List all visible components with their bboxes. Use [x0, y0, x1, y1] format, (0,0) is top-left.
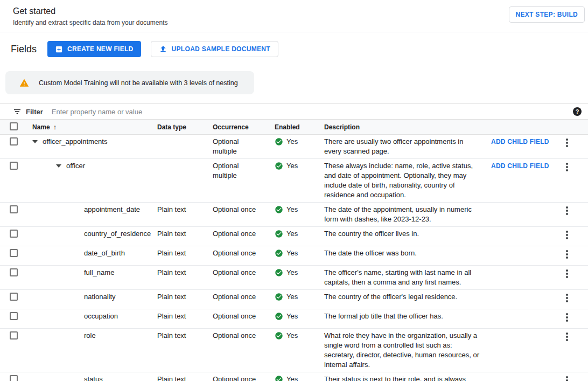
row-menu-cell [557, 375, 588, 381]
arrow-upward-icon[interactable]: ↑ [53, 123, 57, 131]
field-description: The country the officer lives in. [324, 229, 491, 239]
page-title: Get started [13, 6, 167, 16]
check-circle-icon [275, 268, 283, 277]
field-occurrence: Optional multiple [213, 161, 275, 181]
more-options-icon[interactable] [564, 161, 570, 173]
row-menu-cell [557, 248, 588, 263]
row-menu-cell [557, 331, 588, 345]
field-data-type: Plain text [157, 375, 213, 381]
check-circle-icon [275, 292, 283, 301]
field-name: occupation [84, 311, 118, 321]
table-body: officer_appointments Optional multiple Y… [0, 135, 588, 381]
field-enabled-cell: Yes [275, 248, 324, 258]
field-enabled-value: Yes [286, 311, 298, 321]
field-data-type: Plain text [157, 311, 213, 321]
row-checkbox-cell [0, 292, 32, 303]
page-header-text: Get started Identify and extract specifi… [13, 6, 167, 26]
field-name: full_name [84, 268, 114, 278]
field-data-type: Plain text [157, 229, 213, 239]
field-occurrence: Optional once [213, 229, 275, 239]
create-new-field-label: CREATE NEW FIELD [67, 45, 134, 53]
add-child-field-button[interactable]: ADD CHILD FIELD [491, 162, 549, 170]
upload-sample-document-button[interactable]: UPLOAD SAMPLE DOCUMENT [151, 41, 278, 57]
field-enabled-value: Yes [286, 205, 298, 214]
field-occurrence: Optional once [213, 248, 275, 258]
field-name-cell: role [32, 331, 157, 341]
table-header-checkbox-cell [0, 122, 32, 132]
more-options-icon[interactable] [564, 248, 570, 260]
field-actions-cell: ADD CHILD FIELD [491, 137, 557, 147]
field-description: These always include: name, role, active… [324, 161, 491, 200]
row-menu-cell [557, 205, 588, 219]
field-enabled-cell: Yes [275, 137, 324, 147]
page-subtitle: Identify and extract specific data from … [13, 19, 167, 26]
field-name-cell: status [32, 375, 157, 381]
row-checkbox-cell [0, 161, 32, 172]
field-description: Their status is next to their role, and … [324, 375, 491, 381]
more-options-icon[interactable] [564, 229, 570, 241]
more-options-icon[interactable] [564, 292, 570, 304]
field-description: What role they have in the organization,… [324, 331, 491, 370]
chevron-down-icon[interactable] [56, 164, 61, 168]
row-checkbox[interactable] [10, 312, 18, 320]
field-enabled-value: Yes [286, 229, 298, 239]
check-circle-icon [275, 205, 283, 214]
column-header-name[interactable]: Name↑ [32, 123, 157, 131]
row-checkbox-cell [0, 375, 32, 381]
more-options-icon[interactable] [564, 205, 570, 217]
column-header-data-type[interactable]: Data type [157, 123, 213, 131]
field-enabled-cell: Yes [275, 161, 324, 171]
row-checkbox[interactable] [10, 230, 18, 238]
filter-input[interactable] [51, 107, 573, 116]
create-new-field-button[interactable]: CREATE NEW FIELD [47, 41, 141, 57]
field-enabled-value: Yes [286, 137, 298, 147]
add-child-field-button[interactable]: ADD CHILD FIELD [491, 138, 549, 146]
row-menu-cell [557, 268, 588, 282]
upload-sample-document-label: UPLOAD SAMPLE DOCUMENT [172, 45, 270, 53]
row-checkbox[interactable] [10, 137, 18, 146]
next-step-build-button[interactable]: NEXT STEP: BUILD [509, 6, 585, 23]
row-checkbox[interactable] [10, 249, 18, 257]
more-options-icon[interactable] [564, 311, 570, 323]
row-checkbox[interactable] [10, 268, 18, 276]
field-data-type: Plain text [157, 248, 213, 258]
field-name: officer_appointments [43, 137, 107, 147]
row-checkbox[interactable] [10, 293, 18, 301]
field-name: country_of_residence [84, 229, 151, 239]
column-header-occurrence[interactable]: Occurrence [213, 123, 275, 131]
select-all-checkbox[interactable] [10, 122, 18, 130]
more-options-icon[interactable] [564, 331, 570, 343]
more-options-icon[interactable] [564, 268, 570, 280]
field-description: There are usually two officer appointmen… [324, 137, 491, 156]
field-enabled-cell: Yes [275, 205, 324, 214]
row-checkbox[interactable] [10, 162, 18, 170]
field-enabled-cell: Yes [275, 375, 324, 381]
field-actions-cell: ADD CHILD FIELD [491, 161, 557, 171]
field-data-type: Plain text [157, 205, 213, 214]
table-header-row: Name↑ Data type Occurrence Enabled Descr… [0, 120, 588, 135]
row-checkbox-cell [0, 248, 32, 260]
column-header-description[interactable]: Description [324, 123, 491, 131]
more-options-icon[interactable] [564, 137, 570, 149]
field-enabled-value: Yes [286, 375, 298, 381]
table-row: nationality Plain text Optional once Yes… [0, 290, 588, 309]
check-circle-icon [275, 229, 283, 238]
field-occurrence: Optional once [213, 292, 275, 302]
more-options-icon[interactable] [564, 375, 570, 381]
field-enabled-value: Yes [286, 331, 298, 341]
field-occurrence: Optional once [213, 331, 275, 341]
field-occurrence: Optional once [213, 205, 275, 214]
row-menu-cell [557, 311, 588, 326]
row-checkbox[interactable] [10, 205, 18, 213]
upload-icon [159, 45, 167, 53]
column-header-enabled[interactable]: Enabled [275, 123, 324, 131]
check-circle-icon [275, 311, 283, 321]
table-row: appointment_date Plain text Optional onc… [0, 203, 588, 227]
chevron-down-icon[interactable] [32, 140, 38, 143]
help-icon[interactable]: ? [573, 107, 582, 116]
field-name-cell: nationality [32, 292, 157, 302]
row-checkbox[interactable] [10, 375, 18, 381]
filter-list-icon [13, 107, 22, 116]
row-checkbox[interactable] [10, 331, 18, 340]
check-circle-icon [275, 248, 283, 258]
